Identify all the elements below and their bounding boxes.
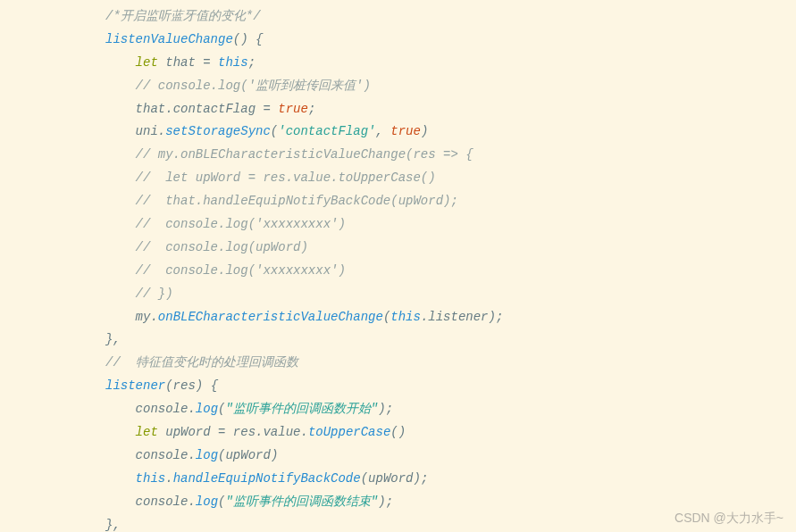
keyword-this: this <box>390 310 421 324</box>
comment-line: /*开启监听蓝牙值的变化*/ <box>105 9 261 23</box>
keyword-let: let <box>136 55 158 70</box>
punct: ) <box>378 402 385 416</box>
comment-line: // 特征值变化时的处理回调函数 <box>105 355 298 370</box>
punct: ) <box>378 495 385 509</box>
punct: ) <box>489 310 496 324</box>
punct: ; <box>386 402 393 416</box>
punct: ; <box>386 495 393 509</box>
method: log <box>196 402 218 416</box>
punct: }, <box>105 332 121 346</box>
punct: ; <box>248 55 256 70</box>
ident: upWord <box>225 448 270 462</box>
comment-line: // console.log('xxxxxxxxx') <box>136 263 346 278</box>
ident: that <box>158 55 203 70</box>
punct: ; <box>421 471 428 486</box>
punct: ) <box>414 471 421 486</box>
watermark: CSDN @大力水手~ <box>675 507 783 530</box>
string: "监听事件的回调函数开始" <box>225 402 378 416</box>
comment-line: // console.log(upWord) <box>136 240 308 254</box>
ident: listener <box>428 310 488 324</box>
method: log <box>196 448 218 462</box>
function-def: listenValueChange <box>105 32 233 46</box>
punct: ) <box>421 124 428 138</box>
ident: upWord <box>368 471 413 486</box>
punct: . <box>300 425 307 439</box>
boolean: true <box>390 124 421 138</box>
punct: = <box>256 102 278 116</box>
string: 'contactFlag' <box>278 124 375 138</box>
ident: upWord <box>158 425 218 439</box>
method: handleEquipNotifyBackCode <box>173 471 361 486</box>
ident: console. <box>136 448 196 462</box>
punct: = <box>218 425 233 439</box>
boolean: true <box>278 102 308 116</box>
keyword-let: let <box>136 425 158 439</box>
punct: = <box>203 55 218 70</box>
ident: that. <box>136 102 173 116</box>
string: "监听事件的回调函数结束" <box>225 495 378 509</box>
punct: ( <box>361 471 368 486</box>
keyword-this: this <box>136 471 166 486</box>
ident: my. <box>136 310 158 324</box>
comment-line: // console.log('监听到桩传回来值') <box>136 79 371 93</box>
comment-line: // my.onBLECharacteristicValueChange(res… <box>136 147 473 162</box>
comment-line: // let upWord = res.value.toUpperCase() <box>136 170 436 185</box>
ident: console. <box>136 495 196 509</box>
code-block: /*开启监听蓝牙值的变化*/ listenValueChange() { let… <box>0 0 796 532</box>
punct: , <box>375 124 390 138</box>
punct: () <box>390 425 406 439</box>
comment-line: // console.log('xxxxxxxxx') <box>136 217 346 231</box>
function-def: listener <box>105 378 165 393</box>
comment-line: // }) <box>136 287 173 301</box>
method: log <box>196 495 218 509</box>
method: onBLECharacteristicValueChange <box>158 310 383 324</box>
ident: res. <box>233 425 264 439</box>
punct: (res) { <box>165 378 218 393</box>
punct: ; <box>496 310 503 324</box>
punct: ( <box>271 124 278 138</box>
comment-line: // that.handleEquipNotifyBackCode(upWord… <box>136 194 458 208</box>
ident: contactFlag <box>173 102 256 116</box>
ident: value <box>263 425 300 439</box>
method: toUpperCase <box>308 425 390 439</box>
punct: ) <box>271 448 278 462</box>
ident: console. <box>136 402 196 416</box>
keyword-this: this <box>218 55 248 70</box>
punct: . <box>165 471 172 486</box>
punct: () { <box>233 32 264 46</box>
method: setStorageSync <box>165 124 271 138</box>
punct: ; <box>308 102 315 116</box>
punct: }, <box>105 518 121 532</box>
ident: uni. <box>136 124 166 138</box>
